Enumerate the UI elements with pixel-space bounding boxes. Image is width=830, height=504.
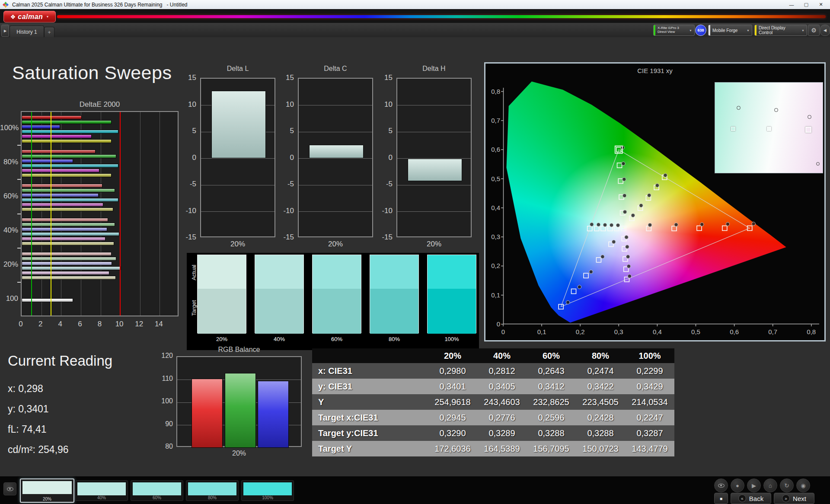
table-value: 0,3288 bbox=[576, 425, 625, 441]
table-header-blank bbox=[312, 348, 428, 363]
table-value: 164,5389 bbox=[477, 441, 527, 456]
pattern-swatch-60%[interactable]: 60% bbox=[131, 480, 183, 501]
add-tab-button[interactable]: + bbox=[44, 27, 54, 38]
swatch-column-20%[interactable] bbox=[197, 255, 246, 333]
deltae-x-tick: 8 bbox=[93, 320, 106, 329]
pattern-swatch-20%[interactable]: 20% bbox=[20, 478, 74, 503]
deltae-bar-magenta-100% bbox=[22, 134, 92, 138]
swatch-column-40%[interactable] bbox=[255, 255, 304, 333]
measured-magenta-100% bbox=[628, 274, 631, 278]
power-button[interactable]: ◉ bbox=[796, 478, 810, 492]
maximize-button[interactable]: ▢ bbox=[799, 0, 814, 9]
axis-tick bbox=[17, 282, 21, 283]
actual-target-swatch-strip[interactable]: ActualTarget20%40%60%80%100% bbox=[187, 253, 479, 350]
table-value: 0,3289 bbox=[477, 425, 527, 441]
tab-history-1[interactable]: History 1 bbox=[10, 26, 44, 38]
calman-logo-icon: ❖ bbox=[10, 13, 16, 20]
mini-x-label: 20% bbox=[298, 240, 373, 249]
rgb-balance-chart[interactable]: RGB Balance120110100908020% bbox=[159, 346, 306, 460]
table-value: 156,7095 bbox=[527, 441, 576, 456]
chart-delta-l[interactable]: Delta L151050-5-10-1520% bbox=[177, 65, 281, 255]
table-value: 0,3405 bbox=[477, 379, 527, 394]
deltae-x-tick: 12 bbox=[133, 320, 146, 329]
minimize-button[interactable]: — bbox=[784, 0, 799, 9]
table-value: 0,2980 bbox=[428, 363, 477, 379]
swatch-label: 20% bbox=[197, 336, 246, 342]
pattern-swatch-40%[interactable]: 40% bbox=[75, 480, 128, 501]
chart-delta-c[interactable]: Delta C151050-5-10-1520% bbox=[275, 65, 379, 255]
measured-magenta-40% bbox=[626, 245, 629, 249]
target-swatch-80% bbox=[370, 289, 418, 334]
mini-y-tick: -15 bbox=[177, 233, 196, 242]
pattern-swatch-80%[interactable]: 80% bbox=[186, 480, 239, 501]
source-label: Mobile Forge bbox=[710, 28, 744, 33]
pattern-label: 80% bbox=[186, 495, 238, 500]
target-row-label: Target bbox=[191, 295, 197, 321]
back-button[interactable]: «Back bbox=[731, 493, 771, 504]
meter-selector[interactable]: X-Rite i1Pro 3 Direct View ▼ bbox=[653, 25, 695, 36]
mini-chart-title: Delta H bbox=[396, 65, 472, 73]
close-button[interactable]: ✕ bbox=[814, 0, 828, 9]
table-value: 223,4505 bbox=[576, 394, 625, 410]
deltae-bar-yellow-100% bbox=[22, 139, 112, 143]
play-button[interactable]: ▶ bbox=[747, 478, 761, 492]
measured-green-20% bbox=[623, 210, 626, 214]
record-icon: ● bbox=[736, 482, 739, 489]
swatch-column-60%[interactable] bbox=[312, 255, 361, 333]
app-icon bbox=[3, 2, 9, 8]
white-point-zoom-inset bbox=[715, 82, 823, 173]
cie-x-tick: 0,8 bbox=[804, 328, 819, 335]
deltae-group-label: 100 bbox=[0, 294, 18, 303]
actual-swatch-80% bbox=[370, 255, 418, 289]
deltae-bar-cyan-100% bbox=[22, 130, 118, 134]
home-button[interactable]: ⌂ bbox=[763, 478, 777, 492]
source-selector[interactable]: Mobile Forge ▼ bbox=[708, 25, 752, 36]
measured-magenta-60% bbox=[626, 255, 629, 258]
collapse-panel-button[interactable]: ▶ bbox=[1, 25, 9, 37]
mini-bar-delta-h bbox=[408, 159, 462, 182]
rgb-plot-area bbox=[176, 356, 302, 447]
measured-green-80% bbox=[622, 162, 625, 165]
display-control-selector[interactable]: Direct Display Control ▼ bbox=[754, 25, 807, 36]
calman-menu-button[interactable]: ❖ calman ▼ bbox=[3, 11, 56, 22]
mini-y-tick: 10 bbox=[374, 100, 393, 109]
deltae-bar-blue-20% bbox=[22, 262, 112, 265]
next-button[interactable]: »Next bbox=[774, 493, 814, 504]
cie-y-tick: 0,6 bbox=[487, 146, 500, 153]
stop-button[interactable]: ■ bbox=[714, 493, 728, 504]
deltae-bar-green-20% bbox=[22, 257, 116, 261]
reference-line-1 bbox=[31, 112, 32, 316]
swatch-column-80%[interactable] bbox=[370, 255, 419, 333]
toolbar: ▶ History 1 + X-Rite i1Pro 3 Direct View… bbox=[0, 23, 830, 38]
record-button[interactable]: ● bbox=[731, 478, 744, 492]
deltae-bar-green-40% bbox=[22, 223, 115, 226]
deltae-bar-yellow-80% bbox=[22, 173, 112, 177]
cie-x-tick: 0,1 bbox=[534, 328, 549, 335]
meter-badge[interactable]: 638 bbox=[695, 25, 706, 36]
chart-delta-h[interactable]: Delta H151050-5-10-1520% bbox=[374, 65, 477, 255]
deltae-2000-chart[interactable]: DeltaE 2000100%80%60%40%20%1000246810121… bbox=[0, 100, 190, 355]
target-red-60% bbox=[697, 226, 702, 230]
actual-row-label: Actual bbox=[191, 260, 197, 286]
cie-y-tick: 0,7 bbox=[487, 117, 500, 124]
table-value: 232,8625 bbox=[527, 394, 576, 410]
swatch-column-100%[interactable] bbox=[427, 255, 476, 333]
pattern-swatch-100%[interactable]: 100% bbox=[241, 480, 294, 501]
refresh-button[interactable]: ↻ bbox=[780, 478, 794, 492]
mini-y-tick: 5 bbox=[177, 127, 196, 135]
table-value: 0,2945 bbox=[428, 410, 477, 425]
gridline bbox=[299, 185, 372, 185]
gridline bbox=[397, 185, 471, 185]
eye-button[interactable] bbox=[714, 478, 728, 492]
cie-1931-xy-chart[interactable]: CIE 1931 xy 00,10,20,30,40,50,60,70,800,… bbox=[484, 62, 826, 341]
side-panel-toggle-button[interactable]: ◀ bbox=[820, 25, 830, 36]
deltae-bar-blue-100% bbox=[22, 125, 60, 129]
preview-eye-button[interactable] bbox=[3, 482, 16, 495]
settings-button[interactable]: ⚙ bbox=[808, 25, 820, 36]
axis-tick bbox=[17, 248, 21, 249]
mini-chart-title: Delta L bbox=[200, 65, 275, 73]
table-value: 0,2776 bbox=[477, 410, 527, 425]
measured-red-60% bbox=[700, 223, 704, 226]
inset-measured-point bbox=[808, 115, 811, 119]
table-header-60%: 60% bbox=[527, 348, 576, 363]
